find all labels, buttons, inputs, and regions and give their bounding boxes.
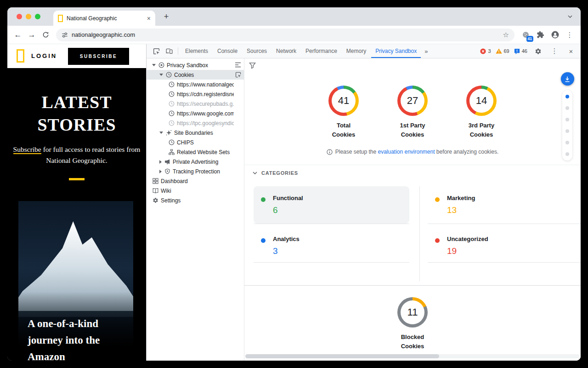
- webpage-viewport: LOGIN SUBSCRIBE LATEST STORIES Subscribe…: [7, 44, 146, 361]
- download-button[interactable]: [561, 72, 574, 86]
- hero-image: A one-of-a-kind journey into the Amazon: [18, 201, 133, 361]
- scroll-dot[interactable]: [565, 129, 569, 133]
- forward-button[interactable]: →: [26, 29, 38, 41]
- error-counter[interactable]: 3: [480, 48, 491, 54]
- close-window-button[interactable]: [17, 14, 22, 19]
- horizontal-scrollbar: [245, 354, 580, 358]
- scroll-dot[interactable]: [565, 95, 569, 98]
- refresh-button[interactable]: [40, 29, 51, 41]
- tree-item-cookie-origin[interactable]: https://www.google.com: [147, 109, 244, 118]
- chevron-down-icon: [568, 15, 572, 18]
- scroll-dots: [562, 90, 572, 161]
- scroll-dot[interactable]: [565, 152, 569, 156]
- warning-counter[interactable]: 69: [496, 48, 509, 54]
- profile-button[interactable]: [548, 29, 561, 41]
- issues-counter[interactable]: 46: [514, 48, 527, 54]
- refresh-icon: [42, 31, 49, 38]
- categories-section-header[interactable]: CATEGORIES: [253, 170, 298, 176]
- url-text[interactable]: nationalgeographic.com: [72, 31, 499, 38]
- extensions-button[interactable]: [534, 29, 547, 41]
- device-toolbar-button[interactable]: [163, 45, 175, 57]
- grid-divider: [254, 224, 409, 224]
- floating-scroll-nav: [560, 72, 574, 161]
- third-party-cookies-count: 14: [476, 95, 487, 107]
- divider-bar: [69, 178, 85, 180]
- grid-divider: [428, 224, 581, 224]
- natgeo-logo-icon[interactable]: [17, 49, 24, 63]
- tree-item-tracking-protection[interactable]: Tracking Protection: [147, 167, 244, 176]
- tree-item-cookie-origin[interactable]: https://www.nationalgeo: [147, 80, 244, 89]
- expand-arrow-icon[interactable]: [152, 64, 156, 66]
- more-tabs-button[interactable]: »: [422, 48, 430, 55]
- tree-item-cookie-origin[interactable]: https://cdn.registerdisne: [147, 89, 244, 99]
- tab-search-button[interactable]: [565, 12, 575, 22]
- category-analytics[interactable]: Analytics 3: [254, 227, 409, 264]
- inspect-icon[interactable]: [235, 72, 241, 79]
- login-button[interactable]: LOGIN: [31, 52, 57, 59]
- privacy-sandbox-extension-button[interactable]: 41: [519, 29, 532, 41]
- scrollbar-thumb[interactable]: [245, 354, 439, 358]
- tree-item-privacy-sandbox[interactable]: Privacy Sandbox: [147, 60, 244, 70]
- devtools-menu-button[interactable]: ⋮: [548, 45, 560, 57]
- scroll-dot[interactable]: [565, 141, 569, 144]
- devtools-tab-elements[interactable]: Elements: [181, 44, 212, 58]
- inspect-element-button[interactable]: [150, 45, 162, 57]
- blocked-cookies-count: 11: [407, 306, 418, 318]
- back-button[interactable]: ←: [12, 29, 24, 41]
- tree-item-dashboard[interactable]: Dashboard: [147, 176, 244, 186]
- tree-item-site-boundaries[interactable]: Site Boundaries: [147, 128, 244, 138]
- privacy-sandbox-main: 41 Total Cookies 27: [244, 58, 581, 361]
- tree-item-cookies[interactable]: Cookies: [147, 70, 244, 80]
- category-marketing[interactable]: Marketing 13: [428, 186, 581, 224]
- collapse-arrow-icon[interactable]: [159, 170, 162, 173]
- subscribe-button[interactable]: SUBSCRIBE: [68, 48, 129, 65]
- devtools-close-button[interactable]: ×: [565, 45, 577, 57]
- expand-arrow-icon[interactable]: [159, 74, 163, 76]
- tree-item-related-website-sets[interactable]: Related Website Sets: [147, 147, 244, 157]
- zoom-window-button[interactable]: [35, 14, 40, 19]
- first-party-cookies-count: 27: [407, 95, 418, 107]
- tree-item-cookie-origin[interactable]: https://securepubads.g.: [147, 99, 244, 109]
- collapse-arrow-icon[interactable]: [159, 160, 162, 164]
- address-bar[interactable]: nationalgeographic.com ☆: [56, 29, 514, 41]
- first-party-cookies-card: 27 1st Party Cookies: [390, 82, 435, 139]
- category-functional[interactable]: Functional 6: [254, 186, 409, 224]
- scroll-dot[interactable]: [565, 106, 569, 110]
- warning-icon: [496, 48, 502, 54]
- device-toolbar-icon: [166, 48, 173, 54]
- section-divider: [244, 285, 581, 286]
- tree-item-cookie-origin[interactable]: https://tpc.googlesyndic: [147, 118, 244, 128]
- category-uncategorized[interactable]: Uncategorized 19: [428, 227, 581, 264]
- devtools-tab-console[interactable]: Console: [213, 44, 242, 58]
- content-area: LOGIN SUBSCRIBE LATEST STORIES Subscribe…: [7, 44, 581, 361]
- sidebar-toggle-icon[interactable]: [235, 62, 241, 69]
- browser-tab[interactable]: National Geographic ×: [53, 11, 155, 26]
- functional-dot-icon: [261, 197, 266, 202]
- bookmark-star-icon[interactable]: ☆: [503, 31, 509, 39]
- minimize-window-button[interactable]: [26, 14, 31, 19]
- devtools-tab-privacy-sandbox[interactable]: Privacy Sandbox: [371, 44, 421, 58]
- expand-arrow-icon[interactable]: [159, 132, 163, 134]
- site-settings-icon[interactable]: [62, 32, 68, 38]
- devtools-tab-sources[interactable]: Sources: [243, 44, 271, 58]
- tree-item-private-advertising[interactable]: Private Advertising: [147, 157, 244, 167]
- devtools-settings-button[interactable]: [532, 45, 544, 57]
- browser-menu-button[interactable]: ⋮: [563, 29, 576, 41]
- subscribe-link[interactable]: Subscribe: [13, 145, 41, 154]
- filter-button[interactable]: [249, 62, 256, 71]
- new-tab-button[interactable]: +: [161, 11, 172, 22]
- scroll-dot[interactable]: [565, 118, 569, 121]
- tab-close-icon[interactable]: ×: [147, 15, 151, 22]
- total-cookies-count: 41: [338, 95, 349, 107]
- tree-item-wiki[interactable]: Wiki: [147, 186, 244, 196]
- tree-item-settings[interactable]: Settings: [147, 196, 244, 205]
- devtools-tab-network[interactable]: Network: [272, 44, 300, 58]
- window-controls: [17, 14, 40, 19]
- devtools-tab-performance[interactable]: Performance: [301, 44, 341, 58]
- devtools-tabbar: Elements Console Sources Network Perform…: [147, 44, 581, 58]
- evaluation-environment-link[interactable]: evaluation environment: [378, 149, 435, 155]
- tree-item-chips[interactable]: CHIPS: [147, 138, 244, 147]
- book-icon: [152, 188, 158, 194]
- devtools-tab-memory[interactable]: Memory: [342, 44, 370, 58]
- total-cookies-card: 41 Total Cookies: [322, 82, 366, 139]
